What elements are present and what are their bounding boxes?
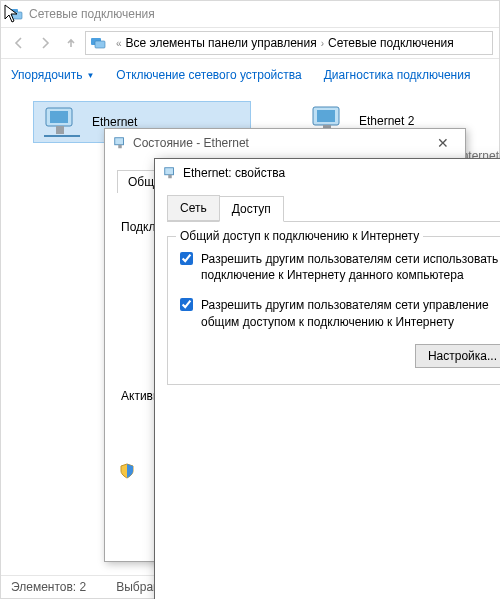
network-adapter-icon [113,136,127,150]
network-folder-icon [7,6,23,22]
settings-button[interactable]: Настройка... [415,344,500,368]
allow-sharing-checkbox-row[interactable]: Разрешить другим пользователям сети испо… [180,251,500,283]
svg-rect-10 [115,138,124,145]
ics-group: Общий доступ к подключению к Интернету Р… [167,236,500,385]
titlebar: Сетевые подключения [1,1,499,27]
network-adapter-icon [42,106,82,138]
dialog-title: Состояние - Ethernet [133,136,249,150]
svg-rect-12 [165,168,174,175]
dialog-titlebar: Ethernet: свойства ✕ [155,159,500,187]
tab-network[interactable]: Сеть [167,195,220,221]
dialog-titlebar: Состояние - Ethernet ✕ [105,129,465,157]
shield-icon [119,463,135,479]
chevron-right-icon: › [321,38,324,49]
close-button[interactable]: ✕ [429,135,457,151]
network-adapter-icon [163,166,177,180]
chevron-right-icon: « [116,38,122,49]
adapter-label: Ethernet 2 [359,114,414,128]
up-button[interactable] [59,31,83,55]
tab-sharing[interactable]: Доступ [219,196,284,222]
allow-control-checkbox-row[interactable]: Разрешить другим пользователям сети упра… [180,297,500,329]
disable-device-button[interactable]: Отключение сетевого устройства [116,68,301,82]
command-bar: Упорядочить ▼ Отключение сетевого устрой… [1,59,499,91]
svg-rect-5 [50,111,68,123]
diagnose-button[interactable]: Диагностика подключения [324,68,471,82]
network-folder-icon [90,35,106,51]
svg-rect-1 [12,12,22,19]
navbar: « Все элементы панели управления › Сетев… [1,27,499,59]
back-button[interactable] [7,31,31,55]
tabstrip: Сеть Доступ [167,195,500,222]
allow-control-checkbox[interactable] [180,298,193,311]
forward-button[interactable] [33,31,57,55]
breadcrumb-here[interactable]: Сетевые подключения [328,36,454,50]
dialog-title: Ethernet: свойства [183,166,285,180]
svg-rect-6 [56,126,64,134]
item-count: Элементов: 2 [11,580,86,594]
svg-rect-3 [95,41,105,48]
chevron-down-icon: ▼ [86,71,94,80]
organize-button[interactable]: Упорядочить ▼ [11,68,94,82]
allow-control-label: Разрешить другим пользователям сети упра… [201,297,500,329]
svg-rect-11 [118,145,122,149]
address-bar[interactable]: « Все элементы панели управления › Сетев… [85,31,493,55]
adapter-label: Ethernet [92,115,137,129]
breadcrumb-root[interactable]: Все элементы панели управления [126,36,317,50]
group-title: Общий доступ к подключению к Интернету [176,229,423,243]
window-title: Сетевые подключения [29,7,155,21]
allow-sharing-checkbox[interactable] [180,252,193,265]
ethernet-properties-dialog: Ethernet: свойства ✕ Сеть Доступ Общий д… [154,158,500,599]
svg-rect-8 [317,110,335,122]
allow-sharing-label: Разрешить другим пользователям сети испо… [201,251,500,283]
svg-rect-13 [168,175,172,179]
